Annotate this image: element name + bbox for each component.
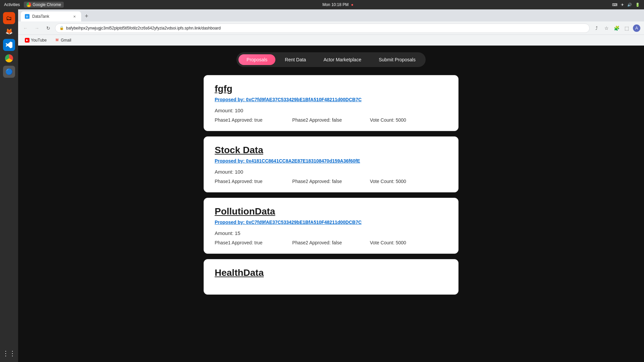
tab-bar: D DataTank ✕ + (18, 9, 644, 21)
proposal-meta-1: Phase1 Approved: true Phase2 Approved: f… (215, 179, 447, 184)
nav-bar: ← → ↻ 🔒 bafybeihpx2ynwjugjc3ml52plptd5tl… (18, 21, 644, 35)
tab-actor-marketplace[interactable]: Actor Marketplace (315, 54, 369, 65)
vote-count-1: Vote Count: 5000 (370, 179, 447, 184)
new-tab-button[interactable]: + (82, 11, 91, 21)
forward-button[interactable]: → (32, 23, 42, 33)
sidebar-icon-misc[interactable]: 🔵 (3, 66, 15, 78)
browser-tab-datatank[interactable]: D DataTank ✕ (21, 11, 81, 21)
back-button[interactable]: ← (21, 23, 30, 33)
proposed-by-0[interactable]: Proposed by: 0xC7fd9fAE37C533429bE1BfA51… (215, 97, 447, 102)
bookmark-button[interactable]: ☆ (602, 23, 611, 33)
phase1-2: Phase1 Approved: true (215, 240, 292, 245)
nav-tabs: Proposals Rent Data Actor Marketplace Su… (236, 52, 426, 67)
proposal-title-0[interactable]: fgfg (215, 83, 447, 94)
os-taskbar: Activities Google Chrome Mon 10:18 PM ● … (0, 0, 644, 9)
proposal-title-2[interactable]: PollutionData (215, 206, 447, 217)
url-text: bafybeihpx2ynwjugjc3ml52plptd5tl5fotilz2… (66, 26, 585, 31)
proposal-card-1: Stock Data Proposed by: 0x4181CC8641CC8A… (204, 136, 459, 192)
sidebar-toggle-button[interactable]: ⬚ (622, 23, 631, 33)
tab-submit-proposals[interactable]: Submit Proposals (371, 54, 424, 65)
page-content: Proposals Rent Data Actor Marketplace Su… (18, 46, 644, 362)
proposed-by-2[interactable]: Proposed by: 0xC7fd9fAE37C533429bE1BfA51… (215, 220, 447, 225)
taskbar-left: Activities Google Chrome (4, 2, 64, 8)
tab-rent-data[interactable]: Rent Data (277, 54, 314, 65)
phase1-0: Phase1 Approved: true (215, 117, 292, 123)
sidebar-icon-vscode[interactable] (3, 39, 15, 51)
vote-count-0: Vote Count: 5000 (370, 117, 447, 123)
tab-close-button[interactable]: ✕ (72, 14, 77, 19)
vote-count-2: Vote Count: 5000 (370, 240, 447, 245)
phase1-1: Phase1 Approved: true (215, 179, 292, 184)
proposal-title-1[interactable]: Stock Data (215, 145, 447, 156)
left-sidebar: 🗂 🦊 🔵 ⋮⋮ (0, 9, 18, 362)
proposal-meta-0: Phase1 Approved: true Phase2 Approved: f… (215, 117, 447, 123)
browser-window: D DataTank ✕ + ← → ↻ 🔒 bafybeihpx2ynwjug… (18, 9, 644, 362)
lock-icon: 🔒 (59, 26, 64, 30)
extensions-button[interactable]: 🧩 (612, 23, 621, 33)
sidebar-icon-apps[interactable]: ⋮⋮ (3, 347, 15, 359)
youtube-icon: ▶ (25, 38, 30, 43)
proposal-amount-2: Amount: 15 (215, 230, 447, 236)
proposal-amount-0: Amount: 100 (215, 108, 447, 113)
proposals-list: fgfg Proposed by: 0xC7fd9fAE37C533429bE1… (204, 75, 459, 295)
gmail-icon: M (55, 38, 59, 43)
proposal-card-2: PollutionData Proposed by: 0xC7fd9fAE37C… (204, 198, 459, 254)
bookmark-youtube[interactable]: ▶ YouTube (22, 37, 49, 44)
taskbar-clock: Mon 10:18 PM ● (322, 2, 354, 7)
bookmark-gmail[interactable]: M Gmail (52, 37, 74, 44)
sidebar-icon-files[interactable]: 🗂 (3, 12, 15, 24)
profile-button[interactable]: A (632, 23, 641, 33)
proposed-by-1[interactable]: Proposed by: 0x4181CC8641CC8A2E87E183108… (215, 158, 447, 164)
bookmarks-bar: ▶ YouTube M Gmail (18, 35, 644, 46)
phase2-2: Phase2 Approved: false (292, 240, 370, 245)
tab-proposals[interactable]: Proposals (238, 54, 275, 65)
address-bar[interactable]: 🔒 bafybeihpx2ynwjugjc3ml52plptd5tl5fotil… (55, 23, 590, 33)
proposal-card-3: HealthData (204, 259, 459, 295)
sidebar-icon-chrome[interactable] (3, 52, 15, 64)
proposal-card-0: fgfg Proposed by: 0xC7fd9fAE37C533429bE1… (204, 75, 459, 131)
proposal-meta-2: Phase1 Approved: true Phase2 Approved: f… (215, 240, 447, 245)
tab-title: DataTank (32, 14, 49, 19)
taskbar-right: ⌨ ✈ 🔊 🔋 (612, 3, 640, 7)
tab-favicon: D (25, 14, 30, 19)
phase2-0: Phase2 Approved: false (292, 117, 370, 123)
chrome-taskbar-label: Google Chrome (33, 2, 61, 7)
share-button[interactable]: ⤴ (592, 23, 601, 33)
chrome-taskbar-icon (26, 2, 31, 7)
proposal-amount-1: Amount: 100 (215, 169, 447, 175)
sidebar-icon-firefox[interactable]: 🦊 (3, 25, 15, 38)
chrome-taskbar-item[interactable]: Google Chrome (24, 2, 64, 8)
browser-actions: ⤴ ☆ 🧩 ⬚ A (592, 23, 641, 33)
activities-button[interactable]: Activities (4, 2, 20, 7)
phase2-1: Phase2 Approved: false (292, 179, 370, 184)
proposal-title-3[interactable]: HealthData (215, 267, 447, 278)
reload-button[interactable]: ↻ (44, 23, 53, 33)
